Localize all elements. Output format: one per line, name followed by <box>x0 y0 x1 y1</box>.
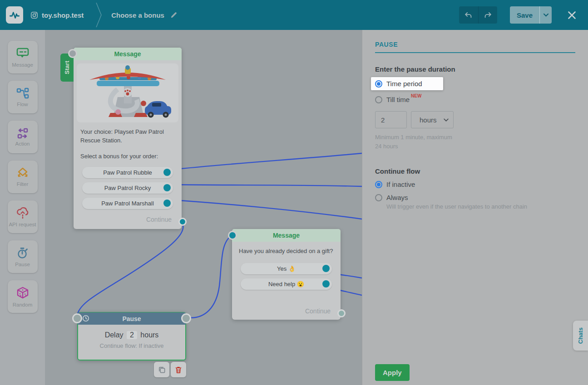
palette-item-flow[interactable]: Flow <box>8 81 38 113</box>
continue-output-port[interactable] <box>337 309 346 317</box>
panel-title: PAUSE <box>375 41 575 48</box>
input-port[interactable] <box>228 231 237 240</box>
delete-node-button[interactable] <box>171 362 186 377</box>
palette-item-action[interactable]: Action <box>8 121 38 153</box>
filter-icon <box>16 167 30 179</box>
continue-label: Continue <box>146 216 172 223</box>
undo-button[interactable] <box>459 6 478 24</box>
quick-reply-label: Need help 😮 <box>268 281 304 288</box>
edit-pencil-icon[interactable] <box>170 11 178 19</box>
duplicate-node-button[interactable] <box>154 362 169 377</box>
api-request-icon <box>16 207 30 219</box>
quick-reply-label: Yes 👌 <box>277 265 296 272</box>
redo-button[interactable] <box>478 6 497 24</box>
flow-canvas[interactable]: Start Message <box>45 30 362 385</box>
palette-label: Message <box>12 62 33 68</box>
if-inactive-label: If inactive <box>386 180 415 188</box>
node-palette: Message Flow Action Filter API request <box>0 30 45 385</box>
radio-selected-icon[interactable] <box>375 181 382 188</box>
palette-item-random[interactable]: Random <box>8 280 38 313</box>
quick-reply-button[interactable]: Paw Patrol Marshall <box>82 198 173 209</box>
continue-row: Continue <box>146 216 172 223</box>
quick-reply-label: Paw Patrol Rocky <box>104 185 151 191</box>
quick-reply-button[interactable]: Paw Patrol Rocky <box>82 182 173 194</box>
history-group <box>459 6 497 24</box>
flow-title-group: Choose a bonus <box>111 11 178 19</box>
bot-account: toy.shop.test <box>30 11 84 19</box>
if-inactive-radio-row[interactable]: If inactive <box>375 180 575 188</box>
node-action-buttons <box>154 362 186 377</box>
continue-label: Continue <box>305 307 331 315</box>
palette-item-filter[interactable]: Filter <box>8 161 38 193</box>
app-logo[interactable] <box>6 6 23 24</box>
time-period-radio-row[interactable]: Time period <box>375 80 422 88</box>
bot-name: toy.shop.test <box>42 11 84 19</box>
clock-icon <box>82 315 89 322</box>
quick-reply-label: Paw Patrol Rubble <box>103 169 152 176</box>
button-output-port[interactable] <box>322 280 330 288</box>
top-actions: Save <box>459 6 581 24</box>
save-dropdown-button[interactable] <box>539 6 552 24</box>
pause-settings-panel: PAUSE Enter the pause duration Time peri… <box>362 30 588 385</box>
flow-name: Choose a bonus <box>111 11 164 19</box>
message-text-1: Your choice: Playset Paw Patrol Rescue S… <box>74 128 182 145</box>
radio-unselected-icon[interactable] <box>375 194 382 201</box>
quick-reply-button[interactable]: Paw Patrol Rubble <box>82 167 173 178</box>
duration-unit-value: hours <box>420 116 437 124</box>
chats-tab[interactable]: Chats <box>573 321 588 351</box>
palette-label: Pause <box>15 262 30 267</box>
duration-value-input[interactable] <box>375 111 407 128</box>
input-port[interactable] <box>68 49 77 58</box>
button-output-port[interactable] <box>322 265 330 272</box>
button-output-port[interactable] <box>163 200 171 207</box>
quick-reply-button[interactable]: Need help 😮 <box>241 278 332 290</box>
radio-unselected-icon[interactable] <box>375 96 382 103</box>
radio-selected-icon[interactable] <box>375 80 382 88</box>
flow-icon <box>16 88 30 99</box>
output-port[interactable] <box>181 313 191 323</box>
chats-tab-label: Chats <box>577 327 584 344</box>
save-label: Save <box>517 11 533 19</box>
message-node-2[interactable]: Message Have you already decided on a gi… <box>232 229 341 320</box>
message-text: Have you already decided on a gift? <box>232 247 341 256</box>
always-hint: Will trigger even if the user navigates … <box>386 203 575 210</box>
always-label: Always <box>386 194 408 201</box>
button-output-port[interactable] <box>163 184 171 191</box>
palette-label: Flow <box>17 102 28 107</box>
paw-patrol-playset-image <box>77 64 178 122</box>
new-badge: NEW <box>411 93 421 98</box>
palette-label: Action <box>15 141 30 146</box>
palette-label: Filter <box>17 181 29 187</box>
pause-node-body: Delay 2 hours Continue flow: If inactive <box>78 331 185 349</box>
pulse-icon <box>9 9 20 21</box>
pause-node[interactable]: Pause Delay 2 hours Continue flow: If in… <box>77 312 186 361</box>
palette-label: API request <box>9 222 36 227</box>
input-port[interactable] <box>72 313 82 323</box>
till-time-radio-row[interactable]: Till timeNEW <box>375 96 575 103</box>
instagram-icon <box>30 11 38 19</box>
copy-icon <box>158 366 166 374</box>
continue-flow-heading: Continue flow <box>375 167 575 175</box>
apply-button[interactable]: Apply <box>375 364 410 381</box>
duration-controls: hours <box>375 111 575 128</box>
message-node-1[interactable]: Start Message <box>74 48 182 229</box>
panel-title-rule <box>375 52 575 53</box>
quick-reply-button[interactable]: Yes 👌 <box>241 263 332 274</box>
quick-reply-label: Paw Patrol Marshall <box>101 200 154 207</box>
delay-value: 2 <box>127 331 137 339</box>
palette-item-api-request[interactable]: API request <box>8 200 38 233</box>
start-label: Start <box>64 61 70 74</box>
palette-item-pause[interactable]: Pause <box>8 240 38 273</box>
chevron-down-icon <box>444 118 449 122</box>
palette-item-message[interactable]: Message <box>8 41 38 73</box>
node-title: Message <box>74 48 182 60</box>
delay-unit: hours <box>140 331 158 339</box>
duration-unit-select[interactable]: hours <box>411 111 454 128</box>
button-output-port[interactable] <box>163 169 171 176</box>
till-time-label: Till timeNEW <box>386 96 421 103</box>
close-button[interactable] <box>563 6 581 24</box>
close-icon <box>567 10 577 20</box>
save-button[interactable]: Save <box>510 6 539 24</box>
continue-output-port[interactable] <box>178 218 187 226</box>
always-radio-row[interactable]: Always <box>375 194 575 201</box>
